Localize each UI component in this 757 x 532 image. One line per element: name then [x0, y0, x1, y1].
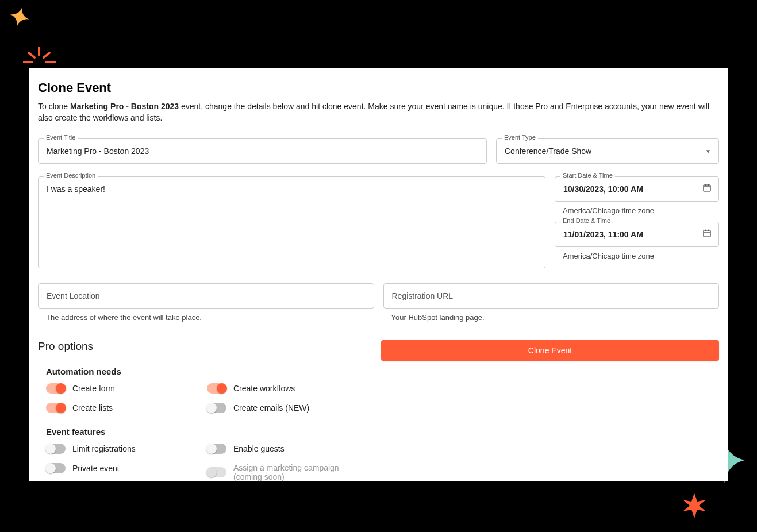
pro-options-title: Pro options: [38, 340, 372, 353]
end-date-label: End Date & Time: [560, 217, 613, 224]
start-date-wrap: Start Date & Time: [555, 176, 719, 202]
event-type-wrap: Event Type ▼: [496, 138, 719, 164]
create-form-toggle[interactable]: [46, 383, 66, 394]
action-column: Clone Event: [381, 340, 719, 495]
automation-heading: Automation needs: [46, 367, 372, 376]
end-date-tz: America/Chicago time zone: [563, 252, 719, 260]
create-emails-toggle[interactable]: [207, 403, 226, 413]
event-location-helper: The address of where the event will take…: [46, 313, 374, 322]
registration-url-helper: Your HubSpot landing page.: [391, 313, 720, 322]
registration-url-input[interactable]: [383, 283, 720, 309]
decorative-accent-red: [23, 47, 56, 67]
event-description-label: Event Description: [44, 172, 98, 179]
limit-registrations-label: Limit registrations: [72, 444, 136, 453]
decorative-star-yellow: ✦: [4, 0, 34, 36]
event-location-wrap: The address of where the event will take…: [38, 283, 374, 322]
end-date-wrap: End Date & Time: [555, 222, 719, 247]
start-date-input[interactable]: [555, 176, 719, 202]
pro-options: Pro options Automation needs Create form…: [38, 340, 372, 495]
desc-bold: Marketing Pro - Boston 2023: [70, 102, 179, 111]
registration-url-wrap: Your HubSpot landing page.: [383, 283, 720, 322]
page-title: Clone Event: [38, 80, 719, 95]
create-workflows-toggle[interactable]: [207, 383, 226, 394]
create-emails-label: Create emails (NEW): [233, 403, 309, 413]
desc-pre: To clone: [38, 102, 70, 111]
start-date-tz: America/Chicago time zone: [563, 206, 719, 215]
event-location-input[interactable]: [38, 283, 374, 309]
limit-registrations-toggle[interactable]: [46, 444, 66, 454]
private-event-label: Private event: [72, 464, 120, 473]
event-type-select[interactable]: [496, 138, 719, 164]
event-description-wrap: Event Description: [38, 176, 545, 271]
enable-guests-toggle[interactable]: [207, 444, 226, 454]
svg-line-4: [44, 53, 49, 57]
page-description: To clone Marketing Pro - Boston 2023 eve…: [38, 101, 719, 124]
features-heading: Event features: [46, 427, 372, 437]
clone-event-button[interactable]: Clone Event: [381, 340, 719, 361]
private-event-toggle[interactable]: [46, 463, 66, 473]
assign-campaign-label: Assign a marketing campaign (coming soon…: [233, 463, 368, 481]
event-description-input[interactable]: [38, 176, 545, 268]
event-title-label: Event Title: [44, 134, 78, 141]
decorative-star-red: [682, 493, 707, 521]
event-type-label: Event Type: [502, 134, 538, 141]
clone-event-panel: Clone Event To clone Marketing Pro - Bos…: [29, 68, 728, 481]
end-date-input[interactable]: [555, 222, 719, 247]
dates-column: Start Date & Time America/Chicago time z…: [555, 176, 719, 271]
start-date-label: Start Date & Time: [560, 172, 615, 179]
create-lists-toggle[interactable]: [46, 403, 66, 413]
enable-guests-label: Enable guests: [233, 444, 285, 453]
svg-line-3: [29, 53, 34, 57]
event-title-wrap: Event Title: [38, 138, 487, 164]
create-workflows-label: Create workflows: [233, 384, 295, 393]
event-title-input[interactable]: [38, 138, 487, 164]
create-lists-label: Create lists: [72, 403, 113, 413]
create-form-label: Create form: [72, 384, 115, 393]
assign-campaign-toggle: [207, 467, 226, 477]
